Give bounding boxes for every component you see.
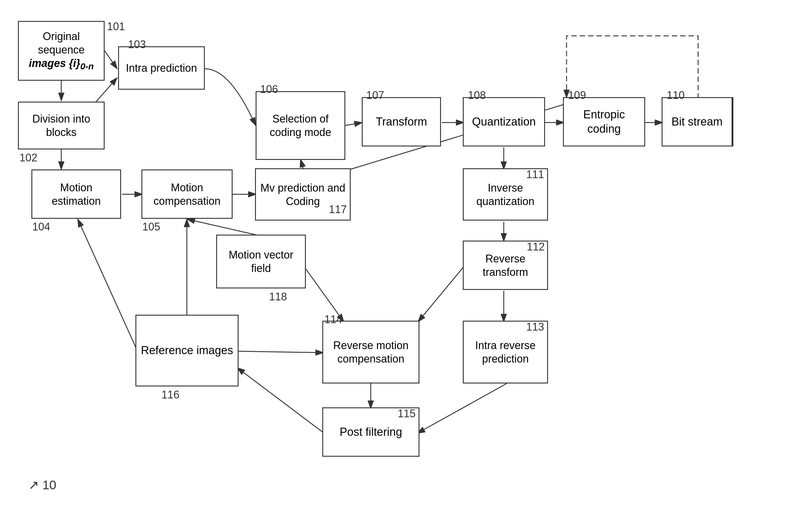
box-quantization-label: Quantization — [472, 115, 536, 129]
svg-line-9 — [345, 123, 362, 126]
label-118: 118 — [269, 291, 287, 303]
label-115: 115 — [398, 407, 415, 420]
label-116: 116 — [162, 388, 179, 401]
box-motion-vector-label: Motion vector field — [220, 248, 302, 275]
svg-line-24 — [237, 368, 325, 433]
label-101: 101 — [107, 20, 125, 33]
box-entropic: Entropic coding — [563, 97, 645, 146]
label-111: 111 — [526, 168, 544, 181]
svg-line-8 — [301, 159, 303, 169]
label-103: 103 — [128, 38, 146, 51]
label-106: 106 — [260, 83, 278, 96]
label-105: 105 — [142, 220, 160, 233]
svg-line-3 — [105, 51, 117, 69]
label-107: 107 — [366, 89, 384, 102]
box-bitstream-label: Bit stream — [672, 115, 722, 129]
svg-line-19 — [78, 219, 138, 351]
box-transform: Transform — [362, 97, 441, 146]
box-rev-transform-label: Reverse transform — [467, 252, 544, 279]
box-bitstream: Bit stream — [662, 97, 733, 146]
box-selection: Selection of coding mode — [256, 91, 345, 160]
box-motion-est: Motion estimation — [31, 169, 121, 219]
box-ref-images-label: Reference images — [141, 343, 233, 358]
label-110: 110 — [667, 89, 685, 102]
svg-line-21 — [237, 351, 324, 353]
box-division: Division into blocks — [18, 102, 105, 149]
box-division-label: Division into blocks — [22, 112, 101, 139]
label-104: 104 — [32, 220, 50, 233]
label-113: 113 — [526, 321, 544, 333]
label-117: 117 — [329, 203, 347, 216]
box-original-label: Original sequenceimages {i}0-n — [22, 30, 101, 72]
box-intra: Intra prediction — [118, 46, 205, 90]
box-motion-vector: Motion vector field — [216, 235, 306, 289]
box-motion-comp-label: Motion compensation — [145, 181, 229, 208]
box-motion-comp: Motion compensation — [141, 169, 233, 219]
diagram-container: Original sequenceimages {i}0-n 101 Divis… — [0, 0, 812, 509]
box-intra-label: Intra prediction — [126, 61, 197, 75]
box-intra-rev-label: Intra reverse prediction — [467, 339, 544, 366]
diagram-label-10: ↗ 10 — [28, 478, 56, 492]
box-selection-label: Selection of coding mode — [260, 112, 341, 139]
box-post-filter-label: Post filtering — [340, 425, 402, 439]
box-inv-quant-label: Inverse quantization — [467, 181, 544, 208]
box-rev-motion: Reverse motion compensation — [322, 321, 419, 383]
label-109: 109 — [568, 89, 586, 102]
box-rev-motion-label: Reverse motion compensation — [326, 339, 415, 366]
box-original: Original sequenceimages {i}0-n — [18, 21, 105, 81]
box-entropic-label: Entropic coding — [567, 108, 641, 136]
svg-line-16 — [418, 266, 464, 322]
label-102: 102 — [20, 151, 37, 164]
svg-line-17 — [187, 219, 262, 236]
label-108: 108 — [468, 89, 486, 102]
label-112: 112 — [527, 241, 545, 253]
box-quantization: Quantization — [463, 97, 545, 146]
svg-line-23 — [417, 383, 507, 433]
box-ref-images: Reference images — [135, 315, 239, 386]
box-motion-est-label: Motion estimation — [35, 181, 117, 208]
box-transform-label: Transform — [376, 115, 427, 129]
label-114: 114 — [325, 313, 342, 326]
